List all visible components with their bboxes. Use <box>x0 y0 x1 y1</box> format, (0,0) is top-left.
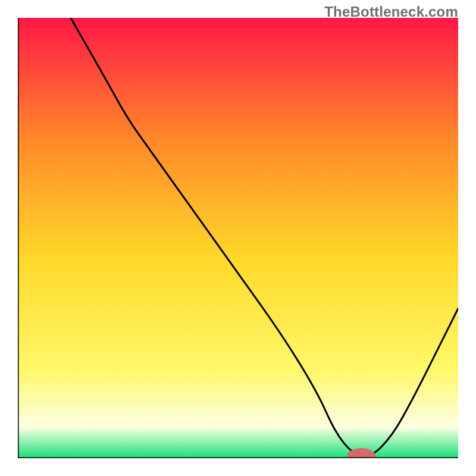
plot-area <box>18 18 458 458</box>
gradient-background <box>18 18 458 458</box>
chart-stage: TheBottleneck.com <box>0 0 476 476</box>
chart-svg <box>18 18 458 458</box>
